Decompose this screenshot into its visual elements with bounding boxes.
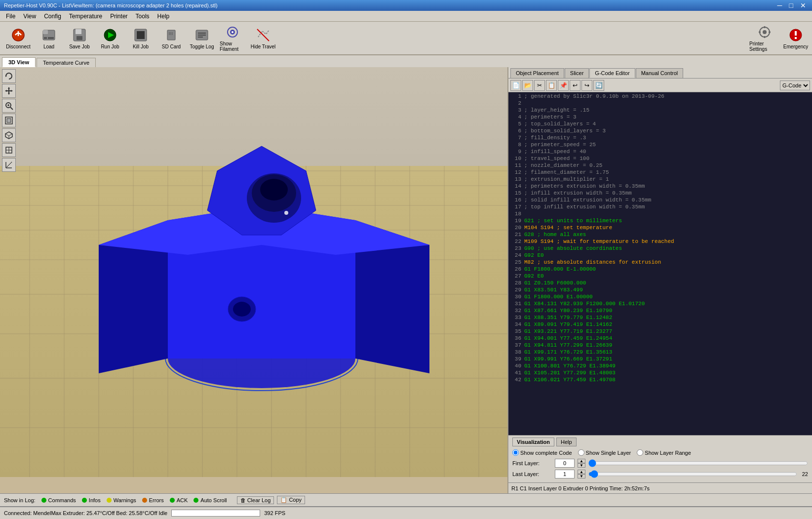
code-line: 21G28 ; home all axes (510, 232, 810, 239)
viz-tab-visualization[interactable]: Visualization (512, 438, 554, 446)
code-line: 14; perimeters extrusion width = 0.35mm (510, 183, 810, 190)
code-line: 37G1 X94.811 Y77.299 E1.26639 (510, 342, 810, 349)
main-tabs: 3D View Temperature Curve (0, 55, 812, 67)
sd-card-icon (163, 27, 179, 43)
kill-job-icon (133, 27, 149, 43)
last-layer-up[interactable]: ▲ (578, 470, 585, 474)
menu-tools[interactable]: Tools (132, 12, 154, 21)
first-layer-up[interactable]: ▲ (578, 459, 585, 463)
cut-button[interactable]: ✂ (534, 80, 545, 91)
show-complete-code-radio[interactable] (512, 449, 519, 456)
paste-button[interactable]: 📌 (558, 80, 569, 91)
cube-view-tool[interactable] (2, 128, 16, 142)
angle-tool[interactable] (2, 158, 16, 172)
load-button[interactable]: Load (35, 24, 63, 52)
tab-slicer[interactable]: Slicer (565, 68, 589, 78)
line-number: 9 (510, 149, 524, 156)
printer-settings-button[interactable]: Printer Settings (748, 24, 781, 52)
tab-temperature-curve[interactable]: Temperature Curve (37, 58, 96, 67)
open-file-button[interactable]: 📂 (522, 80, 533, 91)
line-number: 40 (510, 363, 524, 370)
menu-view[interactable]: View (19, 12, 40, 21)
tab-manual-control[interactable]: Manual Control (636, 68, 684, 78)
svg-rect-85 (7, 119, 11, 122)
code-line: 19G21 ; set units to millimeters (510, 218, 810, 225)
maximize-btn[interactable]: □ (787, 1, 795, 9)
show-complete-code-option[interactable]: Show complete Code (512, 449, 572, 456)
minimize-btn[interactable]: ─ (775, 1, 784, 9)
rotate-tool[interactable] (2, 69, 16, 83)
show-layer-range-radio[interactable] (637, 449, 643, 456)
code-line: 20M104 S194 ; set temperature (510, 225, 810, 232)
line-number: 37 (510, 342, 524, 349)
code-line: 2 (510, 100, 810, 107)
code-editor[interactable]: 1; generated by Slic3r 0.9.10b on 2013-0… (508, 92, 812, 435)
last-layer-down[interactable]: ▼ (578, 474, 585, 479)
last-layer-input[interactable] (555, 470, 575, 479)
show-layer-range-option[interactable]: Show Layer Range (637, 449, 691, 456)
right-panel: Object Placement Slicer G-Code Editor Ma… (508, 67, 812, 493)
first-layer-slider[interactable] (588, 459, 808, 468)
ack-status: ACK (170, 497, 188, 503)
status-bar: Show in Log: Commands Infos Warnings Err… (0, 493, 812, 506)
right-status-bar: R1 C1 Insert Layer 0 Extruder 0 Printing… (508, 482, 812, 493)
tab-gcode-editor[interactable]: G-Code Editor (589, 68, 635, 78)
close-btn[interactable]: ✕ (798, 1, 808, 9)
cube-flat-tool[interactable] (2, 143, 16, 157)
line-number: 42 (510, 377, 524, 384)
code-line: 10; travel_speed = 100 (510, 156, 810, 162)
refresh-button[interactable]: 🔄 (593, 80, 604, 91)
viz-tab-help[interactable]: Help (556, 438, 577, 446)
kill-job-button[interactable]: Kill Job (126, 24, 155, 52)
line-number: 33 (510, 315, 524, 321)
copy-button[interactable]: 📋 (546, 80, 557, 91)
progress-bar (171, 510, 260, 517)
select-tool[interactable] (2, 114, 16, 127)
toggle-log-button[interactable]: Toggle Log (188, 24, 216, 52)
code-content[interactable]: 1; generated by Slic3r 0.9.10b on 2013-0… (508, 92, 812, 435)
sd-card-button[interactable]: SD Card (157, 24, 186, 52)
menu-help[interactable]: Help (154, 12, 174, 21)
hide-travel-button[interactable]: Hide Travel (249, 24, 277, 52)
svg-rect-13 (167, 30, 175, 40)
new-file-button[interactable]: 📄 (510, 80, 521, 91)
tab-object-placement[interactable]: Object Placement (510, 68, 564, 78)
zoom-tool[interactable] (2, 99, 16, 113)
3d-viewport[interactable] (0, 67, 508, 493)
show-single-layer-radio[interactable] (578, 449, 584, 456)
line-code: G28 ; home all axes (524, 232, 586, 239)
menu-temperature[interactable]: Temperature (65, 12, 106, 21)
save-job-button[interactable]: Save Job (65, 24, 94, 52)
connection-status-text: Connected: MendelMax Extruder: 25.47°C/O… (4, 510, 167, 516)
line-number: 6 (510, 128, 524, 135)
run-job-button[interactable]: Run Job (96, 24, 124, 52)
menu-printer[interactable]: Printer (106, 12, 131, 21)
undo-button[interactable]: ↩ (570, 80, 580, 91)
show-filament-button[interactable]: Show Filament (218, 24, 247, 52)
redo-button[interactable]: ↪ (581, 80, 592, 91)
copy-log-button[interactable]: 📋 Copy (277, 496, 305, 504)
svg-rect-7 (76, 29, 81, 34)
emergency-button[interactable]: Emergency (783, 24, 808, 52)
first-layer-input[interactable] (555, 459, 575, 468)
line-code: ; nozzle_diameter = 0.25 (524, 162, 602, 169)
menu-config[interactable]: Config (40, 12, 65, 21)
clear-log-icon: 🗑 (240, 497, 246, 503)
line-code: G1 X100.801 Y76.729 E1.38949 (524, 363, 616, 370)
show-single-layer-option[interactable]: Show Single Layer (578, 449, 631, 456)
tab-3d-view[interactable]: 3D View (2, 57, 36, 67)
last-layer-slider[interactable] (588, 470, 797, 479)
menu-file[interactable]: File (2, 12, 19, 21)
first-layer-down[interactable]: ▼ (578, 463, 585, 468)
gcode-dropdown[interactable]: G-Code (780, 80, 810, 90)
disconnect-button[interactable]: Disconnect (4, 24, 33, 52)
line-number: 32 (510, 308, 524, 315)
clear-log-button[interactable]: 🗑 Clear Log (237, 496, 274, 504)
line-number: 31 (510, 301, 524, 308)
line-code: ; infill extrusion width = 0.35mm (524, 190, 632, 197)
code-line: 9; infill_speed = 40 (510, 149, 810, 156)
code-line: 7; fill_density = .3 (510, 135, 810, 142)
copy-icon: 📋 (280, 497, 287, 503)
code-line: 36G1 X94.001 Y77.459 E1.24954 (510, 335, 810, 342)
move-tool[interactable] (2, 84, 16, 98)
